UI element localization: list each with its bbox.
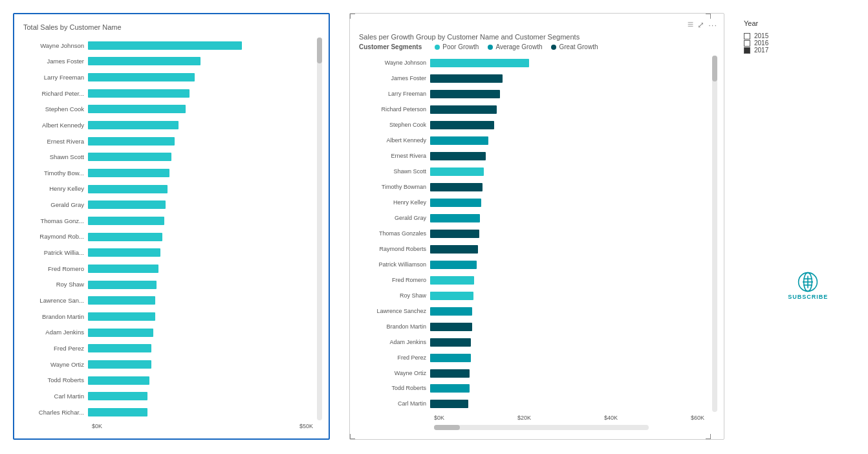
right-bar (430, 323, 472, 331)
left-y-label: Roy Shaw (23, 279, 84, 290)
right-bar-row (430, 383, 710, 395)
right-y-label: Henry Kelley (359, 197, 426, 209)
left-scrollbar-thumb[interactable] (317, 38, 322, 63)
year-label: 2016 (754, 39, 768, 47)
right-scrollbar[interactable] (712, 56, 717, 412)
bottom-scrollbar-thumb[interactable] (434, 425, 460, 430)
left-bar-row (88, 247, 314, 259)
left-bar-row (88, 168, 314, 179)
corner-br (706, 434, 711, 439)
right-bar-row (430, 274, 710, 286)
year-checkbox[interactable] (744, 47, 750, 54)
left-bar-row (88, 327, 314, 338)
right-y-label: Carl Martin (359, 398, 426, 410)
right-bar (430, 136, 488, 145)
right-y-label: Larry Freeman (359, 89, 426, 100)
subscribe-text[interactable]: SUBSCRIBE (788, 294, 828, 300)
year-legend-item[interactable]: 2015 (744, 32, 768, 39)
right-y-label: Ernest Rivera (359, 151, 426, 162)
right-y-label: Lawrence Sanchez (359, 305, 426, 317)
bottom-scrollbar[interactable] (434, 425, 649, 430)
right-y-label: Fred Romero (359, 274, 426, 286)
left-bar (88, 281, 157, 289)
right-bar-row (430, 182, 710, 193)
right-y-label: Thomas Gonzales (359, 228, 426, 239)
right-bar (430, 214, 480, 222)
left-bar-row (88, 151, 314, 163)
right-bar-row (430, 197, 710, 209)
left-bar (88, 248, 160, 257)
right-bar (430, 338, 471, 347)
legend-dot (435, 45, 440, 50)
subscribe-icon[interactable] (797, 272, 818, 292)
right-bar-row (430, 89, 710, 100)
right-bar-row (430, 305, 710, 317)
left-bar (88, 153, 171, 161)
left-bar-row (88, 120, 314, 131)
year-legend-item[interactable]: 2016 (744, 39, 768, 47)
left-bar (88, 376, 149, 385)
left-y-label: Charles Richar... (23, 406, 84, 418)
left-bar (88, 312, 155, 321)
right-bar-row (430, 120, 710, 131)
right-bar (430, 199, 481, 207)
right-y-label: Shawn Scott (359, 166, 426, 178)
left-y-label: Raymond Rob... (23, 231, 84, 243)
drag-icon[interactable]: ≡ (688, 19, 693, 30)
resize-icon[interactable]: ⤢ (697, 20, 704, 30)
left-y-label: Larry Freeman (23, 72, 84, 83)
corner-tr (706, 14, 711, 19)
year-label: 2017 (754, 47, 768, 54)
left-scrollbar[interactable] (317, 38, 322, 420)
legend-item-label: Poor Growth (442, 43, 479, 50)
right-bar-row (430, 336, 710, 348)
right-bar (430, 261, 477, 269)
right-x-axis: $0K$20K$40K$60K (434, 415, 717, 421)
right-bar (430, 183, 483, 191)
left-y-label: Henry Kelley (23, 183, 84, 195)
left-bar-row (88, 215, 314, 227)
right-bar-row (430, 58, 710, 69)
right-chart-area: Wayne JohnsonJames FosterLarry FreemanRi… (359, 56, 717, 412)
left-y-label: Thomas Gonz... (23, 215, 84, 227)
left-bar-row (88, 231, 314, 243)
left-y-label: Shawn Scott (23, 151, 84, 163)
left-bar (88, 121, 179, 129)
legend-dot (488, 45, 493, 50)
right-y-label: James Foster (359, 73, 426, 85)
left-y-label: Patrick Willia... (23, 247, 84, 259)
right-bar (430, 230, 479, 238)
legend-item: Great Growth (551, 43, 598, 50)
right-bar-row (430, 104, 710, 116)
left-bar (88, 105, 186, 113)
right-chart-title: Sales per Growth Group by Customer Name … (359, 33, 717, 41)
left-chart-title: Total Sales by Customer Name (23, 23, 322, 31)
left-bar-row (88, 391, 314, 402)
left-y-label: Brandon Martin (23, 310, 84, 322)
right-scrollbar-thumb[interactable] (712, 56, 717, 81)
year-checkbox[interactable] (744, 33, 750, 39)
right-y-label: Patrick Williamson (359, 259, 426, 270)
right-bar-row (430, 228, 710, 239)
left-bars-container (88, 38, 314, 420)
left-y-label: Wayne Johnson (23, 39, 84, 51)
year-checkbox[interactable] (744, 40, 750, 47)
right-chart-legend: Customer SegmentsPoor GrowthAverage Grow… (359, 43, 717, 50)
left-bar (88, 217, 164, 225)
right-bar-row (430, 151, 710, 162)
right-x-label: $40K (604, 415, 618, 421)
right-y-label: Brandon Martin (359, 321, 426, 332)
right-bar-row (430, 73, 710, 85)
left-bar-row (88, 39, 314, 51)
corner-tl (350, 14, 355, 19)
year-legend-item[interactable]: 2017 (744, 47, 768, 54)
left-bar (88, 73, 195, 81)
left-y-label: Todd Roberts (23, 374, 84, 386)
left-bar-row (88, 56, 314, 67)
right-bar-row (430, 321, 710, 332)
left-bar (88, 265, 158, 273)
header-icons: ≡ ⤢ ··· (688, 19, 717, 30)
right-bar (430, 74, 503, 83)
left-y-label: Gerald Gray (23, 199, 84, 211)
more-icon[interactable]: ··· (708, 20, 717, 30)
